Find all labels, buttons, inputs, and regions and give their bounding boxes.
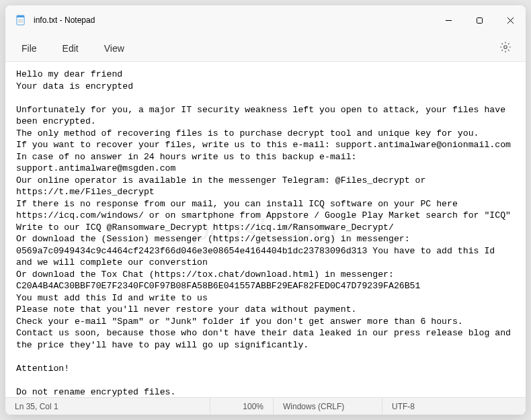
status-encoding: UTF-8 [382,398,526,415]
titlebar: info.txt - Notepad [5,5,526,35]
menu-edit[interactable]: Edit [56,39,85,58]
menu-file[interactable]: File [15,39,44,58]
status-zoom[interactable]: 100% [210,398,274,415]
notepad-icon [15,14,27,26]
gear-icon [499,41,512,56]
menu-view[interactable]: View [97,39,131,58]
maximize-button[interactable] [464,5,495,35]
minimize-button[interactable] [433,5,464,35]
status-position: Ln 35, Col 1 [5,398,210,415]
status-lineending: Windows (CRLF) [274,398,382,415]
notepad-window: info.txt - Notepad File Edit View [5,5,526,415]
svg-rect-1 [17,15,24,17]
window-controls [433,5,526,35]
document-text: Hello my dear friend Your data is encryp… [16,69,516,397]
svg-rect-6 [477,17,482,23]
statusbar: Ln 35, Col 1 100% Windows (CRLF) UTF-8 [5,397,526,415]
window-title: info.txt - Notepad [34,15,433,25]
close-button[interactable] [495,5,526,35]
text-area[interactable]: Hello my dear friend Your data is encryp… [5,62,526,397]
settings-button[interactable] [495,38,516,59]
svg-point-9 [504,45,507,48]
menubar: File Edit View [5,35,526,62]
